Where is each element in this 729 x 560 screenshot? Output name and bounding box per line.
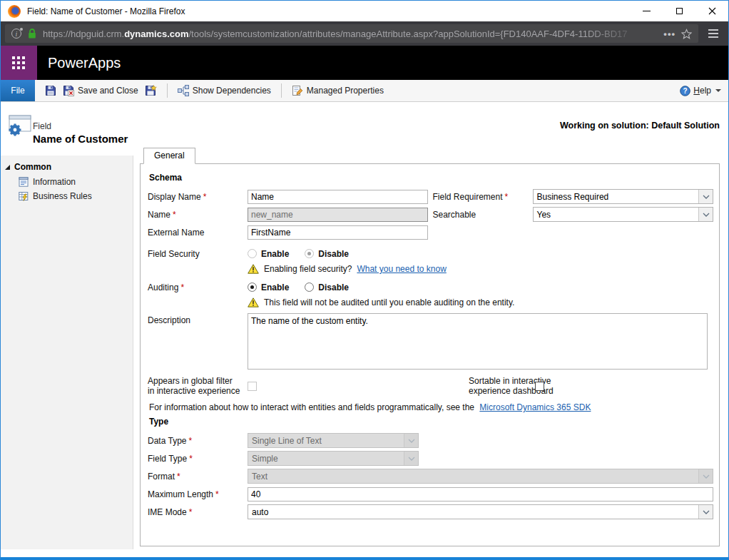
- chevron-down-icon: [698, 190, 713, 203]
- radio-unchecked-icon: [305, 282, 314, 292]
- page-title: Name of Customer: [33, 133, 128, 145]
- page-actions-icon[interactable]: •••: [663, 29, 676, 39]
- window-controls: [630, 1, 728, 21]
- bookmark-star-icon[interactable]: [681, 29, 692, 39]
- managed-properties-label: Managed Properties: [307, 86, 384, 96]
- minimize-button[interactable]: [630, 1, 663, 21]
- managed-properties-button[interactable]: Managed Properties: [292, 85, 384, 96]
- command-toolbar: File Save and Close: [1, 80, 728, 102]
- sidebar-item-information[interactable]: Information: [1, 175, 133, 189]
- show-dependencies-button[interactable]: Show Dependencies: [178, 85, 271, 96]
- hamburger-menu-icon[interactable]: [703, 24, 724, 43]
- auditing-disable-label: Disable: [318, 282, 349, 292]
- searchable-select[interactable]: Yes: [533, 207, 714, 222]
- auditing-enable-option[interactable]: Enable: [248, 282, 289, 292]
- url-text[interactable]: https://hdpguid.crm.dynamics.com/tools/s…: [43, 29, 658, 39]
- svg-text:?: ?: [683, 87, 688, 95]
- description-textarea[interactable]: The name of the custom entity.: [248, 313, 708, 370]
- external-name-label: External Name: [148, 228, 248, 238]
- maximize-button[interactable]: [663, 1, 695, 21]
- url-bar[interactable]: i https://hdpguid.crm.dynamics.com/tools…: [5, 24, 698, 43]
- save-and-close-button[interactable]: Save and Close: [63, 85, 138, 96]
- save-as-button[interactable]: [145, 85, 157, 96]
- auditing-label: Auditing: [148, 282, 248, 292]
- sidebar-group-common[interactable]: Common: [1, 159, 133, 175]
- information-icon: [19, 177, 29, 187]
- chevron-down-icon: [698, 505, 713, 519]
- sidebar-item-business-rules[interactable]: Business Rules: [1, 189, 133, 203]
- description-label: Description: [148, 313, 248, 325]
- powerapps-header: PowerApps: [1, 46, 728, 80]
- global-filter-label-line2: in interactive experience: [148, 387, 248, 397]
- sdk-info-row: For information about how to interact wi…: [149, 402, 713, 412]
- managed-properties-icon: [292, 85, 303, 96]
- field-requirement-label: Field Requirement: [433, 192, 533, 202]
- maximum-length-label: Maximum Length: [148, 489, 248, 499]
- what-you-need-to-know-link[interactable]: What you need to know: [357, 264, 446, 274]
- name-label: Name: [148, 210, 248, 220]
- browser-navbar: i https://hdpguid.crm.dynamics.com/tools…: [1, 21, 728, 46]
- maximum-length-input[interactable]: [248, 487, 713, 502]
- field-entity-icon: [6, 114, 32, 136]
- save-and-close-icon: [63, 85, 74, 96]
- show-dependencies-label: Show Dependencies: [193, 86, 271, 96]
- help-dropdown-caret-icon: [715, 89, 721, 92]
- command-items: Save and Close Show Dependencies: [35, 80, 728, 101]
- field-type-label: Field Type: [148, 454, 248, 464]
- url-path: /tools/systemcustomization/attributes/ma…: [189, 29, 628, 39]
- sidebar: Common Information Business Rules: [1, 156, 133, 549]
- radio-unchecked-disabled-icon: [248, 249, 257, 258]
- close-button[interactable]: [695, 1, 728, 21]
- url-domain: dynamics.com: [124, 29, 188, 39]
- global-filter-checkbox: [248, 382, 257, 391]
- secure-lock-icon[interactable]: [27, 28, 37, 39]
- brand-title: PowerApps: [48, 55, 121, 71]
- warning-icon: [248, 264, 259, 274]
- chevron-down-icon: [404, 434, 418, 447]
- field-security-label: Field Security: [148, 249, 248, 259]
- business-rules-icon: [19, 191, 29, 201]
- minimize-icon: [643, 11, 651, 11]
- field-requirement-value: Business Required: [537, 192, 609, 202]
- ime-mode-label: IME Mode: [148, 507, 248, 517]
- form-panel-wrap: General Schema Display Name Field Requir…: [140, 148, 720, 546]
- ime-mode-value: auto: [252, 507, 268, 517]
- field-security-enable-label: Enable: [261, 249, 289, 259]
- field-security-warning-text: Enabling field security?: [264, 264, 352, 274]
- data-type-select: Single Line of Text: [248, 433, 419, 448]
- auditing-disable-option[interactable]: Disable: [305, 282, 349, 292]
- help-button[interactable]: ? Help: [680, 86, 721, 96]
- auditing-warning: This field will not be audited until you…: [248, 297, 713, 307]
- app-launcher-waffle-icon[interactable]: [1, 46, 37, 80]
- field-type-select: Simple: [248, 451, 419, 466]
- field-security-disable-option[interactable]: Disable: [305, 249, 349, 259]
- format-select: Text: [248, 469, 713, 484]
- sortable-checkbox[interactable]: [535, 382, 544, 391]
- ime-mode-select[interactable]: auto: [248, 504, 713, 519]
- window-title: Field: Name of Customer - Mozilla Firefo…: [27, 6, 630, 16]
- tab-general[interactable]: General: [143, 148, 195, 164]
- firefox-window: Field: Name of Customer - Mozilla Firefo…: [0, 0, 729, 560]
- site-info-icon[interactable]: i: [11, 29, 21, 39]
- file-tab[interactable]: File: [1, 80, 35, 101]
- save-button[interactable]: [45, 85, 56, 96]
- chevron-down-icon: [698, 208, 713, 221]
- field-requirement-select[interactable]: Business Required: [533, 189, 714, 204]
- type-section-header: Type: [149, 417, 713, 427]
- dynamics-sdk-link[interactable]: Microsoft Dynamics 365 SDK: [479, 402, 591, 412]
- radio-checked-icon: [248, 282, 257, 292]
- sidebar-item-label: Business Rules: [33, 191, 92, 201]
- entity-type-label: Field: [33, 121, 51, 131]
- main-content: Field Name of Customer Working on soluti…: [1, 102, 728, 557]
- toolbar-separator: [167, 83, 168, 98]
- save-and-close-label: Save and Close: [78, 86, 138, 96]
- data-type-value: Single Line of Text: [252, 436, 322, 446]
- auditing-enable-label: Enable: [261, 282, 289, 292]
- auditing-warning-text: This field will not be audited until you…: [264, 297, 514, 307]
- close-icon: [708, 7, 716, 15]
- radio-checked-disabled-icon: [305, 249, 314, 258]
- external-name-input[interactable]: [248, 225, 428, 240]
- display-name-input[interactable]: [248, 190, 428, 204]
- field-security-enable-option[interactable]: Enable: [248, 249, 289, 259]
- field-security-warning: Enabling field security? What you need t…: [248, 264, 713, 274]
